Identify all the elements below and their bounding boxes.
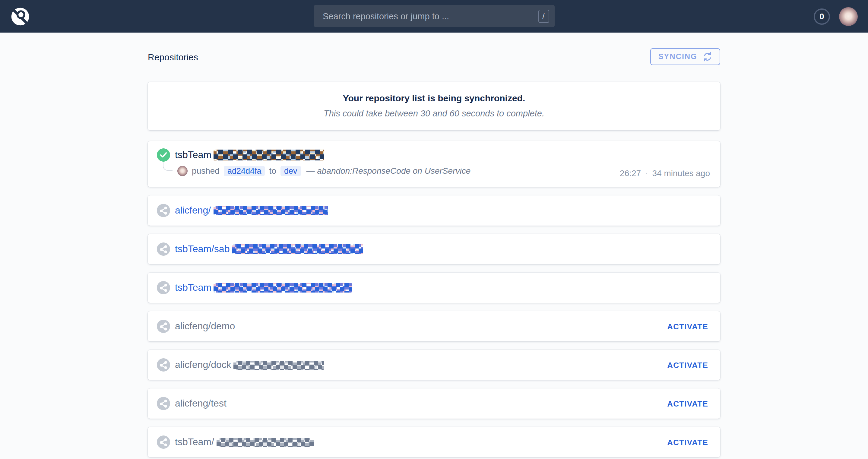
repo-row: alicfeng/demo ACTIVATE — [148, 311, 720, 341]
share-icon — [157, 397, 170, 410]
main-content: Repositories SYNCING Your repository lis… — [148, 48, 720, 457]
check-icon — [157, 148, 170, 162]
commit-hash-link[interactable]: ad24d4fa — [224, 165, 265, 176]
notification-counter-badge[interactable]: 0 — [814, 8, 830, 24]
app-window: / 0 Repositories SYNCING Your repository… — [0, 0, 868, 459]
redacted-repo-name — [234, 360, 324, 369]
repo-name[interactable]: tsbTeam — [175, 150, 211, 160]
share-icon — [157, 435, 170, 449]
repo-name-link[interactable]: tsbTeam — [175, 282, 211, 293]
redacted-repo-name — [217, 437, 314, 447]
redacted-repo-name — [214, 283, 352, 293]
redacted-repo-name — [214, 150, 324, 160]
build-time-ago: 34 minutes ago — [652, 168, 710, 178]
syncing-button[interactable]: SYNCING — [651, 48, 720, 65]
activate-button[interactable]: ACTIVATE — [667, 399, 708, 408]
repo-row: tsbTeam/ ACTIVATE — [148, 427, 720, 457]
activate-button[interactable]: ACTIVATE — [667, 322, 708, 331]
repository-list: tsbTeam pushed ad24d4fa to dev — abandon… — [148, 141, 720, 457]
global-search[interactable]: / — [314, 5, 554, 27]
repo-name-link[interactable]: alicfeng/ — [175, 205, 211, 216]
branch-connector-line — [163, 162, 173, 171]
sync-notice-card: Your repository list is being synchroniz… — [148, 82, 720, 130]
share-icon — [157, 358, 170, 371]
activity-action-label: pushed — [192, 166, 220, 176]
repo-row: tsbTeam/sab — [148, 234, 720, 264]
user-avatar[interactable] — [839, 7, 858, 26]
share-icon — [157, 242, 170, 256]
repo-name-row: tsbTeam — [148, 141, 720, 162]
page-title: Repositories — [148, 52, 198, 62]
repo-row: tsbTeam — [148, 273, 720, 303]
sync-refresh-icon — [703, 52, 712, 62]
build-duration: 26:27 — [620, 168, 641, 178]
activity-preposition: to — [269, 166, 276, 176]
page-header-row: Repositories SYNCING — [148, 48, 720, 65]
redacted-repo-name — [232, 244, 363, 254]
repo-row: alicfeng/dock ACTIVATE — [148, 350, 720, 380]
search-input[interactable] — [323, 11, 538, 21]
activate-button[interactable]: ACTIVATE — [667, 360, 708, 369]
repo-row-active: tsbTeam pushed ad24d4fa to dev — abandon… — [148, 141, 720, 187]
top-nav-bar: / 0 — [0, 0, 868, 33]
commit-message: — abandon:ResponseCode on UserService — [306, 166, 470, 176]
repo-row: alicfeng/ — [148, 195, 720, 225]
syncing-button-label: SYNCING — [658, 53, 697, 61]
share-icon — [157, 281, 170, 294]
repo-name-link[interactable]: tsbTeam/sab — [175, 244, 229, 254]
committer-avatar — [177, 165, 188, 176]
sync-notice-subtitle: This could take between 30 and 60 second… — [154, 109, 714, 118]
build-time: 26:27 · 34 minutes ago — [620, 168, 710, 178]
slash-shortcut-key: / — [538, 9, 549, 23]
branch-link[interactable]: dev — [280, 165, 301, 176]
share-icon — [157, 204, 170, 217]
share-icon — [157, 320, 170, 333]
sync-notice-title: Your repository list is being synchroniz… — [154, 93, 714, 103]
dot-separator: · — [645, 168, 648, 178]
header-right-group: 0 — [814, 7, 858, 26]
repo-name[interactable]: alicfeng/dock — [175, 360, 231, 370]
redacted-repo-name — [213, 206, 328, 215]
repo-name[interactable]: alicfeng/demo — [175, 321, 235, 332]
repo-row: alicfeng/test ACTIVATE — [148, 389, 720, 419]
app-logo-icon[interactable] — [10, 6, 30, 26]
repo-name[interactable]: tsbTeam/ — [175, 437, 214, 448]
activate-button[interactable]: ACTIVATE — [667, 437, 708, 447]
repo-name[interactable]: alicfeng/test — [175, 398, 226, 409]
